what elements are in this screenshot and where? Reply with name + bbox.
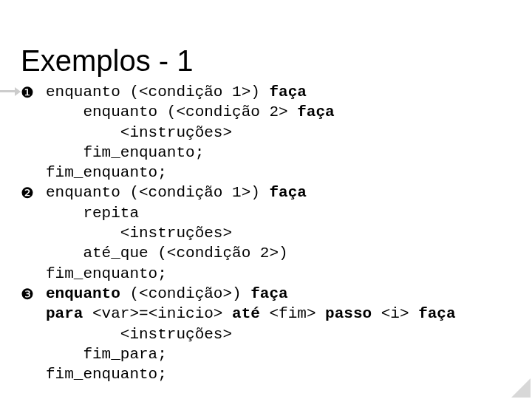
code-line: fim_para; [46,344,511,364]
code-line: <instruções> [46,123,511,143]
bullet-2: ❷ [21,185,34,201]
bullet-1: ❶ [21,84,34,100]
code-block: ❶ enquanto (<condição 1>) faça enquanto … [21,82,511,384]
page-corner-fold-icon [511,378,531,398]
code-line: <instruções> [46,324,511,344]
code-line: enquanto (<condição 1>) faça [46,183,511,202]
slide: Exemplos - 1 ❶ enquanto (<condição 1>) f… [0,0,532,399]
arrow-icon [0,83,19,98]
code-line: fim_enquanto; [46,163,511,183]
code-line: enquanto (<condição 2> faça [46,102,511,122]
code-line: <instruções> [46,223,511,243]
code-line: repita [46,203,511,223]
bullet-3: ❸ [21,286,34,302]
code-line: fim_enquanto; [46,364,511,384]
code-line: fim_enquanto; [46,143,511,163]
code-line: para <var>=<inicio> até <fim> passo <i> … [46,304,511,324]
code-line: enquanto (<condição>) faça [46,284,511,304]
code-line: fim_enquanto; [46,264,511,284]
page-title: Exemplos - 1 [21,44,511,78]
code-line: enquanto (<condição 1>) faça [46,82,511,102]
code-line: até_que (<condição 2>) [46,243,511,263]
